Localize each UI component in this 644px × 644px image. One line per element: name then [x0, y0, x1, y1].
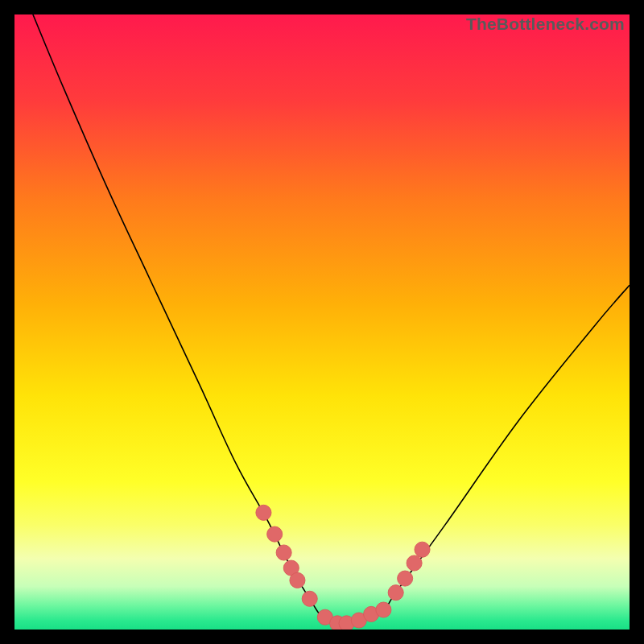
marker-point [376, 602, 391, 617]
marker-point [276, 545, 291, 560]
marker-point [302, 591, 317, 606]
marker-point [398, 571, 413, 586]
curve-layer [14, 14, 630, 630]
chart-root: TheBottleneck.com [0, 0, 644, 644]
marker-point [256, 505, 271, 520]
plot-area: TheBottleneck.com [14, 14, 630, 630]
marker-point [415, 542, 430, 557]
marker-point [290, 572, 305, 588]
marker-point [407, 555, 422, 571]
marker-point [267, 526, 283, 542]
bottleneck-curve [33, 14, 630, 624]
marker-point [388, 585, 403, 601]
highlight-markers [256, 505, 430, 630]
